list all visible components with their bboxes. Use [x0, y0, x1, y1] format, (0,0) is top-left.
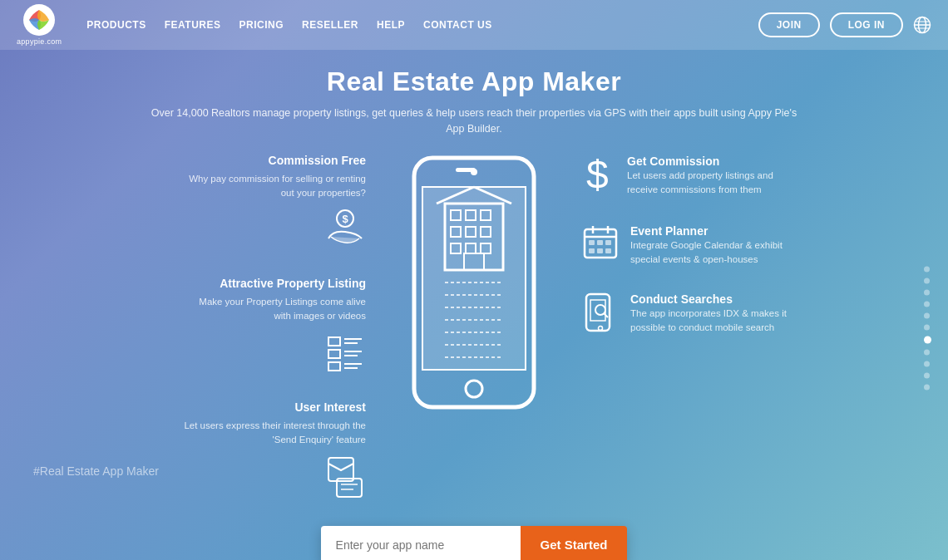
dot-2[interactable]	[924, 278, 930, 283]
hashtag-text: #Real Estate App Maker	[33, 464, 159, 478]
feature-get-commission-desc: Let users add property listings and rece…	[627, 169, 790, 198]
logo-icon	[23, 4, 55, 36]
dot-7-active[interactable]	[924, 336, 931, 343]
svg-text:$: $	[586, 154, 609, 195]
features-container: Commission Free Why pay commission for s…	[0, 154, 948, 504]
app-name-input[interactable]	[321, 526, 521, 560]
svg-point-25	[466, 381, 482, 397]
feature-user-interest-desc: Let users express their interest through…	[183, 419, 366, 448]
cta-input-wrap: Get Started	[321, 526, 628, 560]
features-left: Commission Free Why pay commission for s…	[158, 154, 391, 504]
hero-subtitle: Over 14,000 Realtors manage property lis…	[141, 106, 807, 137]
feature-get-commission: $ Get Commission Let users add property …	[582, 154, 790, 199]
svg-rect-22	[422, 187, 526, 370]
dot-8[interactable]	[924, 349, 930, 355]
features-area: Commission Free Why pay commission for s…	[0, 154, 948, 504]
dots-nav	[924, 266, 931, 390]
svg-rect-51	[589, 240, 595, 245]
dot-10[interactable]	[924, 372, 930, 378]
feature-property-listing: Attractive Property Listing Make your Pr…	[158, 277, 366, 376]
dot-11[interactable]	[924, 384, 930, 390]
svg-rect-52	[597, 240, 603, 245]
main-content: Real Estate App Maker Over 14,000 Realto…	[0, 50, 948, 560]
header: appypie.com PRODUCTS FEATURES PRICING RE…	[0, 0, 948, 50]
nav-pricing[interactable]: PRICING	[239, 19, 284, 31]
dot-9[interactable]	[924, 361, 930, 366]
feature-get-commission-title: Get Commission	[627, 155, 719, 168]
dot-1[interactable]	[924, 266, 930, 272]
calendar-icon	[582, 224, 619, 263]
feature-commission-free-title: Commission Free	[269, 154, 366, 167]
svg-rect-8	[328, 337, 340, 346]
feature-event-planner: Event Planner Integrate Google Calendar …	[582, 224, 790, 268]
enquiry-icon	[324, 454, 366, 503]
page-title: Real Estate App Maker	[0, 66, 948, 97]
svg-rect-11	[328, 350, 340, 358]
globe-icon[interactable]	[913, 16, 931, 34]
nav-features[interactable]: FEATURES	[165, 19, 221, 31]
cta-section: Get Started	[0, 526, 948, 560]
nav-reseller[interactable]: RESELLER	[302, 19, 358, 31]
svg-rect-58	[590, 300, 605, 321]
svg-rect-14	[328, 362, 340, 371]
logo-wrap[interactable]: appypie.com	[17, 4, 62, 46]
feature-event-planner-title: Event Planner	[630, 224, 708, 238]
feature-event-planner-desc: Integrate Google Calendar & exhibit spec…	[630, 238, 790, 268]
svg-point-59	[599, 327, 603, 331]
search-phone-icon	[582, 292, 619, 336]
listing-icon	[324, 331, 366, 376]
login-button[interactable]: LOG IN	[830, 12, 903, 37]
header-actions: JOIN LOG IN	[758, 12, 931, 37]
nav-help[interactable]: HELP	[377, 19, 405, 31]
dot-3[interactable]	[924, 289, 930, 295]
svg-rect-24	[456, 168, 476, 172]
phone-mockup	[391, 154, 557, 411]
feature-commission-free: Commission Free Why pay commission for s…	[158, 154, 366, 253]
dot-5[interactable]	[924, 312, 930, 318]
dollar-icon: $	[582, 154, 615, 199]
main-nav: PRODUCTS FEATURES PRICING RESELLER HELP …	[86, 19, 758, 31]
svg-rect-53	[605, 240, 611, 245]
join-button[interactable]: JOIN	[758, 12, 820, 37]
nav-products[interactable]: PRODUCTS	[86, 19, 146, 31]
feature-property-listing-title: Attractive Property Listing	[220, 277, 366, 290]
dot-4[interactable]	[924, 301, 930, 307]
logo-text: appypie.com	[17, 37, 62, 46]
feature-conduct-searches: Conduct Searches The app incorporates ID…	[582, 292, 790, 336]
feature-conduct-searches-desc: The app incorporates IDX & makes it poss…	[630, 307, 790, 336]
feature-commission-free-desc: Why pay commission for selling or rentin…	[183, 172, 366, 201]
commission-icon: $	[324, 207, 366, 252]
feature-user-interest: User Interest Let users express their in…	[158, 400, 366, 504]
features-right: $ Get Commission Let users add property …	[557, 154, 790, 337]
feature-user-interest-title: User Interest	[294, 400, 366, 414]
feature-property-listing-desc: Make your Property Listings come alive w…	[183, 295, 366, 324]
svg-rect-55	[597, 248, 603, 253]
dot-6[interactable]	[924, 324, 930, 330]
get-started-button[interactable]: Get Started	[521, 526, 628, 560]
svg-text:$: $	[342, 213, 348, 225]
nav-contact[interactable]: CONTACT US	[423, 19, 492, 31]
svg-rect-54	[589, 248, 595, 253]
svg-rect-56	[605, 248, 611, 253]
feature-conduct-searches-title: Conduct Searches	[630, 292, 733, 306]
